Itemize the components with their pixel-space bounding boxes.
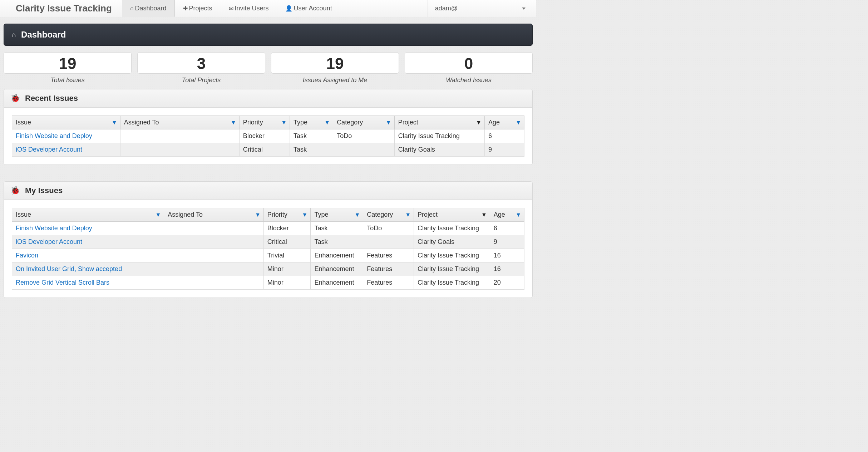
cell-category: Features <box>363 276 414 290</box>
cell-category: ToDo <box>363 222 414 235</box>
issue-link[interactable]: Finish Website and Deploy <box>16 132 92 139</box>
stat-value: 19 <box>4 55 131 73</box>
stat-label: Watched Issues <box>405 74 533 84</box>
issue-link[interactable]: iOS Developer Account <box>16 146 82 153</box>
bug-icon: 🐞 <box>10 186 20 195</box>
filter-icon[interactable]: ▼ <box>324 119 330 126</box>
table-row[interactable]: Finish Website and DeployBlockerTaskToDo… <box>12 222 524 235</box>
stat-total-projects[interactable]: 3 Total Projects <box>137 52 265 84</box>
home-icon: ⌂ <box>130 5 134 11</box>
col-project[interactable]: Project▼ <box>394 116 484 129</box>
col-issue[interactable]: Issue▼ <box>12 116 120 129</box>
filter-icon[interactable]: ▼ <box>405 212 411 218</box>
filter-icon[interactable]: ▼ <box>255 212 261 218</box>
user-menu[interactable]: adam@ <box>428 0 536 17</box>
cell-assigned <box>164 235 263 249</box>
user-icon: 👤 <box>285 5 292 12</box>
issue-link[interactable]: Remove Grid Vertical Scroll Bars <box>16 279 109 286</box>
cell-type: Enhancement <box>311 262 363 276</box>
main-nav: ⌂ Dashboard ✚ Projects ✉ Invite Users 👤 … <box>122 0 340 17</box>
col-issue[interactable]: Issue▼ <box>12 208 164 222</box>
nav-projects-label: Projects <box>189 5 212 12</box>
my-issues-grid: Issue▼ Assigned To▼ Priority▼ Type▼ Cate… <box>12 208 524 290</box>
filter-icon[interactable]: ▼ <box>386 119 391 126</box>
col-project[interactable]: Project▼ <box>414 208 490 222</box>
filter-icon[interactable]: ▼ <box>481 212 487 218</box>
cell-priority: Critical <box>263 235 311 249</box>
cell-type: Task <box>311 235 363 249</box>
cell-priority: Blocker <box>239 129 290 143</box>
cell-assigned <box>164 222 263 235</box>
col-assigned[interactable]: Assigned To▼ <box>120 116 239 129</box>
cell-assigned <box>164 276 263 290</box>
home-icon: ⌂ <box>12 31 16 39</box>
page-title: Dashboard <box>21 30 66 40</box>
table-row[interactable]: iOS Developer AccountCriticalTaskClarity… <box>12 235 524 249</box>
col-priority[interactable]: Priority▼ <box>263 208 311 222</box>
cell-category: Features <box>363 262 414 276</box>
stat-watched-issues[interactable]: 0 Watched Issues <box>405 52 533 84</box>
cell-age: 20 <box>490 276 524 290</box>
filter-icon[interactable]: ▼ <box>281 119 287 126</box>
col-age[interactable]: Age▼ <box>490 208 524 222</box>
stat-value: 19 <box>271 55 399 73</box>
cell-type: Task <box>311 222 363 235</box>
issue-link[interactable]: Favicon <box>16 252 38 259</box>
recent-issues-grid: Issue▼ Assigned To▼ Priority▼ Type▼ Cate… <box>12 116 524 157</box>
nav-projects[interactable]: ✚ Projects <box>175 0 221 17</box>
cell-age: 9 <box>490 235 524 249</box>
top-nav: Clarity Issue Tracking ⌂ Dashboard ✚ Pro… <box>0 0 536 17</box>
col-priority[interactable]: Priority▼ <box>239 116 290 129</box>
filter-icon[interactable]: ▼ <box>516 212 521 218</box>
stat-value: 0 <box>405 55 532 73</box>
table-row[interactable]: On Invited User Grid, Show acceptedMinor… <box>12 262 524 276</box>
cell-age: 16 <box>490 249 524 262</box>
cell-project: Clarity Goals <box>394 143 484 157</box>
cell-category: Features <box>363 249 414 262</box>
cell-project: Clarity Issue Tracking <box>414 276 490 290</box>
cell-priority: Minor <box>263 276 311 290</box>
stat-label: Total Projects <box>137 74 265 84</box>
filter-icon[interactable]: ▼ <box>354 212 360 218</box>
col-type[interactable]: Type▼ <box>311 208 363 222</box>
cell-age: 6 <box>484 129 524 143</box>
filter-icon[interactable]: ▼ <box>112 119 117 126</box>
cell-project: Clarity Goals <box>414 235 490 249</box>
cell-assigned <box>164 249 263 262</box>
table-row[interactable]: FaviconTrivialEnhancementFeaturesClarity… <box>12 249 524 262</box>
nav-invite-users[interactable]: ✉ Invite Users <box>221 0 277 17</box>
stat-value: 3 <box>138 55 265 73</box>
col-age[interactable]: Age▼ <box>484 116 524 129</box>
user-menu-label: adam@ <box>435 5 458 12</box>
col-category[interactable]: Category▼ <box>333 116 395 129</box>
col-type[interactable]: Type▼ <box>290 116 333 129</box>
cell-priority: Trivial <box>263 249 311 262</box>
filter-icon[interactable]: ▼ <box>155 212 161 218</box>
cell-project: Clarity Issue Tracking <box>414 249 490 262</box>
panel-header: 🐞 Recent Issues <box>4 89 532 108</box>
filter-icon[interactable]: ▼ <box>231 119 236 126</box>
issue-link[interactable]: On Invited User Grid, Show accepted <box>16 265 122 272</box>
col-category[interactable]: Category▼ <box>363 208 414 222</box>
panel-header: 🐞 My Issues <box>4 182 532 200</box>
nav-user-account[interactable]: 👤 User Account <box>277 0 340 17</box>
nav-dashboard[interactable]: ⌂ Dashboard <box>122 0 175 17</box>
cell-category <box>333 143 395 157</box>
filter-icon[interactable]: ▼ <box>302 212 308 218</box>
nav-dashboard-label: Dashboard <box>135 5 166 12</box>
nav-invite-label: Invite Users <box>235 5 269 12</box>
cell-category <box>363 235 414 249</box>
filter-icon[interactable]: ▼ <box>476 119 482 126</box>
table-row[interactable]: Finish Website and DeployBlockerTaskToDo… <box>12 129 524 143</box>
stat-total-issues[interactable]: 19 Total Issues <box>4 52 132 84</box>
mail-icon: ✉ <box>229 5 233 12</box>
cell-assigned <box>164 262 263 276</box>
issue-link[interactable]: Finish Website and Deploy <box>16 225 92 232</box>
issue-link[interactable]: iOS Developer Account <box>16 238 82 245</box>
col-assigned[interactable]: Assigned To▼ <box>164 208 263 222</box>
table-row[interactable]: iOS Developer AccountCriticalTaskClarity… <box>12 143 524 157</box>
table-row[interactable]: Remove Grid Vertical Scroll BarsMinorEnh… <box>12 276 524 290</box>
stat-assigned-to-me[interactable]: 19 Issues Assigned to Me <box>271 52 399 84</box>
filter-icon[interactable]: ▼ <box>516 119 521 126</box>
panel-recent-issues: 🐞 Recent Issues Issue▼ Assigned To▼ Prio… <box>4 89 533 165</box>
